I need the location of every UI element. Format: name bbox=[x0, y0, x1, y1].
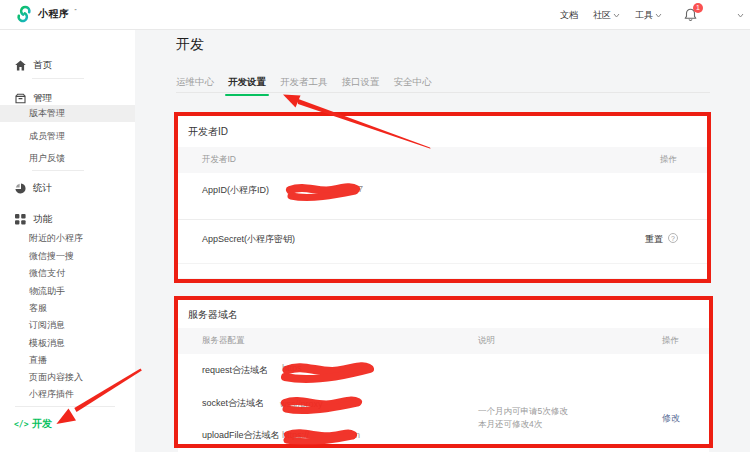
sidebar-sub-label: 小程序插件 bbox=[29, 388, 74, 401]
uploadfile-domain-label: uploadFile合法域名 bbox=[202, 429, 280, 442]
socket-domain-label: socket合法域名 bbox=[202, 397, 264, 410]
developer-id-card: 开发者ID 开发者ID 操作 AppID(小程序ID) 7 AppSecret(… bbox=[178, 116, 707, 278]
sidebar-sub-label: 客服 bbox=[29, 302, 47, 315]
sidebar-item-label: 首页 bbox=[33, 59, 52, 72]
sidebar-sub-label: 模板消息 bbox=[29, 337, 65, 350]
sidebar-sub-label: 用户反馈 bbox=[29, 152, 65, 165]
request-domain-value: https bbox=[282, 363, 302, 373]
miniprogram-logo[interactable]: 小程序 ” bbox=[15, 5, 77, 23]
row-divider bbox=[178, 263, 707, 264]
sidebar-item-stats[interactable]: 统计 bbox=[0, 179, 135, 197]
column-developer-id: 开发者ID bbox=[202, 154, 236, 166]
sidebar-item-develop[interactable]: </> 开发 bbox=[0, 415, 135, 433]
column-action: 操作 bbox=[662, 335, 679, 347]
sidebar-item-user-feedback[interactable]: 用户反馈 bbox=[29, 150, 135, 167]
tab-developer-tools[interactable]: 开发者工具 bbox=[280, 76, 328, 96]
sidebar-sub-label: 订阅消息 bbox=[29, 319, 65, 332]
chevron-down-icon bbox=[613, 13, 620, 18]
sidebar-item-subscribe-message[interactable]: 订阅消息 bbox=[29, 317, 135, 334]
sidebar: 首页 管理 版本管理 成员管理 用户反馈 统计 功能 附近的小程序 微信搜一搜 … bbox=[0, 30, 135, 452]
code-icon: </> bbox=[14, 419, 25, 430]
request-domain-label: request合法域名 bbox=[202, 364, 268, 377]
logo-trademark: ” bbox=[75, 8, 77, 14]
sidebar-item-live[interactable]: 直播 bbox=[29, 352, 135, 369]
socket-domain-value: wss//proxy bbox=[280, 399, 323, 409]
avatar bbox=[714, 5, 735, 26]
sidebar-sub-label: 直播 bbox=[29, 354, 47, 367]
chevron-down-icon bbox=[737, 13, 744, 18]
sidebar-item-version-manage[interactable]: 版本管理 bbox=[0, 105, 135, 122]
pie-chart-icon bbox=[15, 183, 26, 194]
row-divider bbox=[178, 219, 707, 220]
sidebar-item-label: 统计 bbox=[33, 182, 52, 195]
sidebar-sub-label: 页面内容接入 bbox=[29, 371, 83, 384]
table-header: 服务器配置 说明 操作 bbox=[178, 328, 709, 354]
sidebar-item-label: 功能 bbox=[33, 213, 52, 226]
nav-community[interactable]: 社区 bbox=[593, 9, 620, 22]
nav-tools-label: 工具 bbox=[635, 9, 653, 22]
sidebar-item-search[interactable]: 微信搜一搜 bbox=[29, 248, 135, 265]
sidebar-item-nearby[interactable]: 附近的小程序 bbox=[29, 230, 135, 247]
sidebar-item-label: 开发 bbox=[32, 417, 52, 431]
notification-bell[interactable]: 1 bbox=[683, 7, 699, 23]
tab-dev-settings[interactable]: 开发设置 bbox=[228, 76, 266, 96]
sidebar-item-page-content[interactable]: 页面内容接入 bbox=[29, 369, 135, 386]
sidebar-item-features[interactable]: 功能 bbox=[0, 210, 135, 228]
account-menu[interactable] bbox=[714, 5, 744, 26]
quota-note: 一个月内可申请5次修改 本月还可修改4次 bbox=[478, 405, 568, 431]
notification-badge: 1 bbox=[693, 3, 703, 13]
column-server-config: 服务器配置 bbox=[202, 335, 245, 347]
tab-api-settings[interactable]: 接口设置 bbox=[342, 76, 380, 96]
sidebar-sub-label: 附近的小程序 bbox=[29, 232, 83, 245]
sidebar-divider bbox=[32, 78, 84, 79]
sidebar-item-plugin[interactable]: 小程序插件 bbox=[29, 386, 135, 403]
nav-docs[interactable]: 文档 bbox=[560, 9, 578, 22]
sidebar-sub-label: 微信搜一搜 bbox=[29, 250, 74, 263]
nav-community-label: 社区 bbox=[593, 9, 611, 22]
uploadfile-domain-suffix: n bbox=[355, 430, 360, 440]
column-description: 说明 bbox=[478, 335, 495, 347]
table-header: 开发者ID 操作 bbox=[178, 147, 707, 173]
appsecret-label: AppSecret(小程序密钥) bbox=[202, 233, 295, 246]
sidebar-sub-label: 微信支付 bbox=[29, 267, 65, 280]
quota-line1: 一个月内可申请5次修改 bbox=[478, 405, 568, 418]
sidebar-sub-label: 物流助手 bbox=[29, 285, 65, 298]
page-title: 开发 bbox=[176, 36, 204, 54]
help-icon[interactable]: ? bbox=[668, 233, 678, 243]
modify-button[interactable]: 修改 bbox=[662, 412, 680, 425]
home-icon bbox=[15, 60, 26, 71]
top-header: 小程序 ” 文档 社区 工具 1 bbox=[0, 0, 750, 30]
nav-docs-label: 文档 bbox=[560, 9, 578, 22]
appid-visible-suffix: 7 bbox=[358, 184, 363, 194]
sidebar-item-home[interactable]: 首页 bbox=[0, 56, 135, 74]
sidebar-item-label: 管理 bbox=[33, 92, 52, 105]
reset-button[interactable]: 重置 bbox=[645, 233, 663, 246]
card-title: 服务器域名 bbox=[188, 308, 238, 322]
sidebar-sub-label: 版本管理 bbox=[29, 107, 65, 120]
sidebar-item-template-message[interactable]: 模板消息 bbox=[29, 335, 135, 352]
server-domain-card: 服务器域名 服务器配置 说明 操作 request合法域名 https sock… bbox=[178, 300, 709, 452]
appid-label: AppID(小程序ID) bbox=[202, 184, 269, 197]
column-action: 操作 bbox=[660, 154, 677, 166]
uploadfile-domain-value: https:// bbox=[282, 430, 309, 440]
sidebar-sub-label: 成员管理 bbox=[29, 130, 65, 143]
sidebar-item-logistics[interactable]: 物流助手 bbox=[29, 283, 135, 300]
logo-text: 小程序 bbox=[38, 7, 70, 21]
tab-operations-center[interactable]: 运维中心 bbox=[176, 76, 214, 96]
card-title: 开发者ID bbox=[188, 125, 228, 139]
tab-security-center[interactable]: 安全中心 bbox=[394, 76, 432, 96]
quota-line2: 本月还可修改4次 bbox=[478, 418, 568, 431]
sidebar-item-wechat-pay[interactable]: 微信支付 bbox=[29, 265, 135, 282]
sidebar-item-member-manage[interactable]: 成员管理 bbox=[29, 128, 135, 145]
sidebar-divider bbox=[15, 406, 115, 407]
tabs: 运维中心 开发设置 开发者工具 接口设置 安全中心 bbox=[176, 76, 432, 96]
chevron-down-icon bbox=[655, 13, 662, 18]
grid-icon bbox=[15, 214, 26, 225]
sidebar-item-customer-service[interactable]: 客服 bbox=[29, 300, 135, 317]
nav-tools[interactable]: 工具 bbox=[635, 9, 662, 22]
sidebar-divider bbox=[32, 170, 84, 171]
miniprogram-logo-icon bbox=[15, 5, 33, 23]
header-nav: 文档 社区 工具 1 bbox=[560, 0, 744, 30]
archive-box-icon bbox=[15, 93, 26, 104]
wechat-miniprogram-console: 小程序 ” 文档 社区 工具 1 bbox=[0, 0, 750, 452]
